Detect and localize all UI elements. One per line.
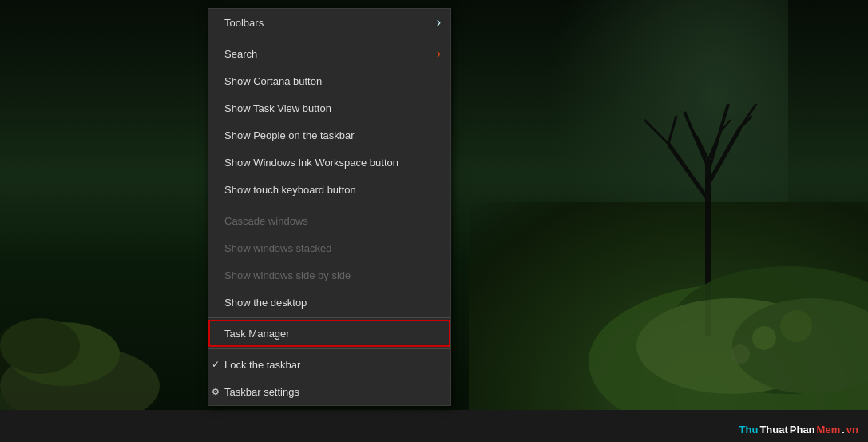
menu-item-toolbars[interactable]: Toolbars › (208, 9, 450, 36)
left-rocks-svg (0, 250, 224, 410)
gear-icon: ⚙ (212, 387, 220, 397)
rocks-svg (509, 186, 868, 410)
toolbars-arrow-icon: › (437, 15, 441, 30)
menu-item-cortana[interactable]: Show Cortana button (208, 67, 450, 94)
menu-item-taskbar-settings[interactable]: ⚙ Taskbar settings (208, 378, 450, 405)
taskbar (0, 410, 868, 442)
svg-point-19 (731, 344, 750, 364)
svg-line-6 (668, 116, 676, 144)
menu-item-side-by-side: Show windows side by side (208, 261, 450, 289)
svg-point-24 (0, 318, 80, 374)
watermark-vn: vn (846, 424, 858, 436)
menu-item-ink[interactable]: Show Windows Ink Workspace button (208, 149, 450, 176)
menu-item-touch[interactable]: Show touch keyboard button (208, 176, 450, 203)
cortana-label: Show Cortana button (224, 75, 322, 87)
separator-1 (208, 38, 450, 38)
svg-point-17 (752, 326, 776, 350)
watermark-thuat: Thuat (759, 424, 787, 436)
svg-point-18 (780, 310, 812, 342)
show-desktop-label: Show the desktop (224, 297, 307, 309)
stacked-label: Show windows stacked (224, 242, 331, 254)
toolbars-label: Toolbars (224, 17, 264, 29)
task-view-label: Show Task View button (224, 102, 331, 114)
svg-line-3 (684, 112, 708, 168)
menu-item-task-manager[interactable]: Task Manager (208, 320, 450, 347)
menu-item-cascade: Cascade windows (208, 207, 450, 234)
people-label: Show People on the taskbar (224, 129, 355, 141)
watermark-mem: Mem (817, 424, 841, 436)
svg-line-5 (644, 120, 668, 144)
search-label: Search (224, 48, 257, 60)
context-menu: Toolbars › Search › Show Cortana button … (208, 8, 451, 406)
menu-item-show-desktop[interactable]: Show the desktop (208, 289, 450, 316)
menu-item-task-view[interactable]: Show Task View button (208, 94, 450, 121)
lock-check-icon: ✓ (212, 359, 220, 370)
lock-label: Lock the taskbar (224, 359, 300, 371)
cascade-label: Cascade windows (224, 215, 308, 227)
ink-label: Show Windows Ink Workspace button (224, 157, 398, 169)
side-by-side-label: Show windows side by side (224, 269, 351, 281)
taskbar-settings-label: Taskbar settings (224, 386, 299, 398)
separator-2 (208, 205, 450, 205)
menu-item-lock-taskbar[interactable]: ✓ Lock the taskbar (208, 351, 450, 378)
watermark-thu: Thu (739, 424, 759, 436)
menu-item-stacked: Show windows stacked (208, 234, 450, 261)
menu-item-search[interactable]: Search › (208, 40, 450, 67)
menu-item-people[interactable]: Show People on the taskbar (208, 121, 450, 149)
separator-4 (208, 348, 450, 349)
touch-label: Show touch keyboard button (224, 184, 356, 196)
search-arrow-icon: › (437, 46, 441, 61)
task-manager-label: Task Manager (224, 328, 290, 340)
separator-3 (208, 317, 450, 318)
watermark: Thu Thuat Phan Mem . vn (739, 424, 858, 436)
watermark-dot: . (842, 424, 845, 436)
watermark-phan: Phan (790, 424, 815, 436)
